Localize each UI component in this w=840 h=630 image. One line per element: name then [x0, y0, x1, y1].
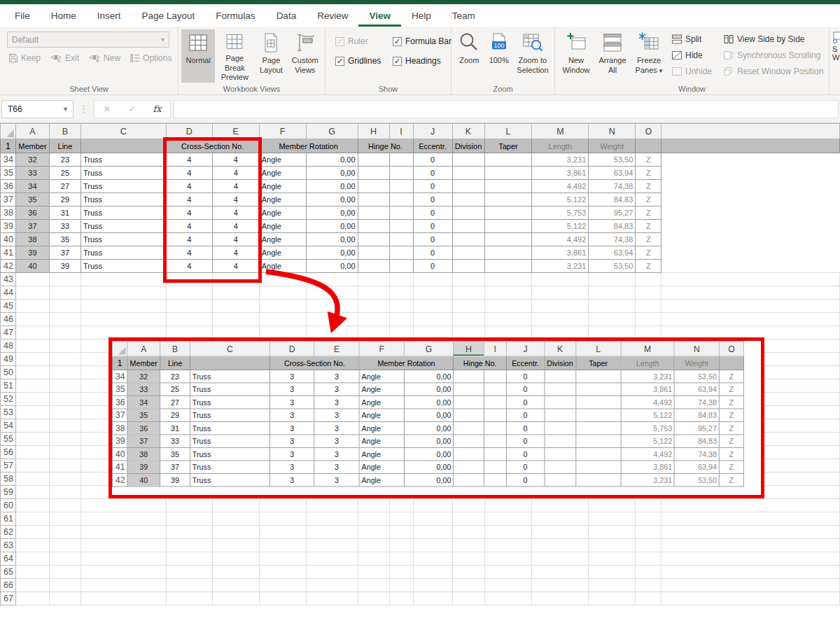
cell[interactable]	[662, 300, 840, 313]
cell[interactable]: 3	[314, 370, 359, 383]
cell[interactable]	[484, 233, 532, 246]
cell[interactable]	[166, 539, 212, 552]
cell[interactable]: 3	[314, 473, 359, 486]
cell[interactable]	[532, 552, 589, 566]
cell[interactable]	[80, 539, 166, 552]
cell[interactable]	[49, 313, 80, 326]
cell[interactable]	[662, 552, 840, 566]
column-header-I[interactable]: I	[484, 341, 507, 356]
cell[interactable]: 33	[160, 435, 190, 448]
cell[interactable]: 4	[166, 260, 212, 273]
cell[interactable]	[259, 579, 306, 592]
header-cell[interactable]: Eccentr.	[507, 356, 545, 370]
cell[interactable]: 53,50	[589, 260, 636, 273]
cell[interactable]	[15, 366, 49, 379]
cell[interactable]	[358, 153, 389, 167]
cell[interactable]	[49, 566, 80, 579]
cell[interactable]: Z	[636, 206, 662, 220]
zoom-button[interactable]: Zoom	[454, 29, 484, 83]
cell[interactable]	[358, 579, 389, 592]
cell[interactable]: 95,27	[675, 421, 720, 435]
cell[interactable]	[49, 459, 80, 472]
cell[interactable]: 29	[160, 409, 190, 422]
cell[interactable]	[212, 300, 259, 313]
cell[interactable]	[389, 592, 413, 606]
cell[interactable]: Z	[636, 220, 662, 233]
cell[interactable]: 31	[160, 421, 190, 435]
cell[interactable]: 3	[270, 473, 314, 486]
gridlines-checkbox[interactable]: Gridlines	[335, 56, 393, 66]
cell[interactable]: 34	[15, 180, 49, 193]
cell[interactable]	[259, 592, 306, 606]
cell[interactable]	[413, 499, 452, 512]
cell[interactable]: 25	[49, 167, 80, 180]
cell[interactable]: Truss	[80, 167, 166, 180]
cell[interactable]: Truss	[190, 461, 270, 474]
cell[interactable]	[80, 273, 166, 286]
insert-function-button[interactable]: fx	[153, 104, 161, 114]
cell[interactable]: 5,122	[621, 435, 675, 448]
header-cell[interactable]: Hinge No.	[358, 139, 413, 153]
cell[interactable]	[452, 193, 484, 206]
cell[interactable]	[389, 526, 413, 539]
cell[interactable]	[49, 366, 80, 379]
cell[interactable]: 63,94	[589, 246, 636, 260]
cell[interactable]: 4	[166, 246, 212, 260]
cell[interactable]: 0	[507, 383, 545, 396]
cell[interactable]	[389, 512, 413, 526]
row-header-36[interactable]: 36	[112, 396, 127, 409]
cell[interactable]	[452, 153, 484, 167]
row-header-1[interactable]: 1	[1, 139, 16, 153]
cell[interactable]	[358, 193, 389, 206]
cell[interactable]: Truss	[190, 421, 270, 435]
row-header-38[interactable]: 38	[112, 421, 127, 435]
row-header-61[interactable]: 61	[1, 512, 16, 526]
cell[interactable]: 40	[15, 260, 49, 273]
cell[interactable]	[15, 566, 49, 579]
view-side-by-side-button[interactable]: View Side by Side	[723, 34, 823, 45]
cell[interactable]	[589, 313, 636, 326]
cell[interactable]	[358, 313, 389, 326]
cell[interactable]: 3	[314, 461, 359, 474]
ribbon-tab-data[interactable]: Data	[266, 4, 307, 27]
cell[interactable]	[306, 300, 358, 313]
cell[interactable]	[389, 206, 413, 220]
header-cell[interactable]	[80, 139, 166, 153]
cell[interactable]: 0,00	[306, 246, 358, 260]
cell[interactable]	[484, 246, 532, 260]
column-header-F[interactable]: F	[259, 124, 306, 139]
cell[interactable]: Truss	[190, 473, 270, 486]
cell[interactable]	[259, 286, 306, 300]
row-header-38[interactable]: 38	[1, 206, 16, 220]
cell[interactable]: Angle	[259, 233, 306, 246]
cell[interactable]	[306, 512, 358, 526]
cell[interactable]	[484, 370, 507, 383]
cell[interactable]	[15, 526, 49, 539]
cell[interactable]: Z	[719, 435, 743, 448]
cell[interactable]: Z	[636, 233, 662, 246]
row-header-50[interactable]: 50	[1, 366, 16, 379]
cell[interactable]	[454, 473, 484, 486]
zoom-100-button[interactable]: 100 100%	[484, 29, 513, 83]
cell[interactable]	[532, 313, 589, 326]
cell[interactable]	[454, 421, 484, 435]
ribbon-tab-view[interactable]: View	[358, 4, 401, 27]
cell[interactable]	[166, 592, 212, 606]
cell[interactable]	[636, 552, 662, 566]
cell[interactable]: 0	[507, 409, 545, 422]
cell[interactable]	[413, 526, 452, 539]
ribbon-tab-formulas[interactable]: Formulas	[205, 4, 265, 27]
cell[interactable]	[259, 552, 306, 566]
row-header-34[interactable]: 34	[112, 370, 127, 383]
cell[interactable]	[484, 167, 532, 180]
cell[interactable]: 37	[49, 246, 80, 260]
cell[interactable]	[49, 552, 80, 566]
cell[interactable]: 3	[270, 370, 314, 383]
cell[interactable]: 23	[160, 370, 190, 383]
header-cell[interactable]: Cross-Section No.	[166, 139, 259, 153]
cell[interactable]: Angle	[259, 153, 306, 167]
cell[interactable]	[636, 286, 662, 300]
cell[interactable]	[413, 313, 452, 326]
cell[interactable]	[484, 566, 532, 579]
keep-button[interactable]: Keep	[8, 53, 41, 63]
